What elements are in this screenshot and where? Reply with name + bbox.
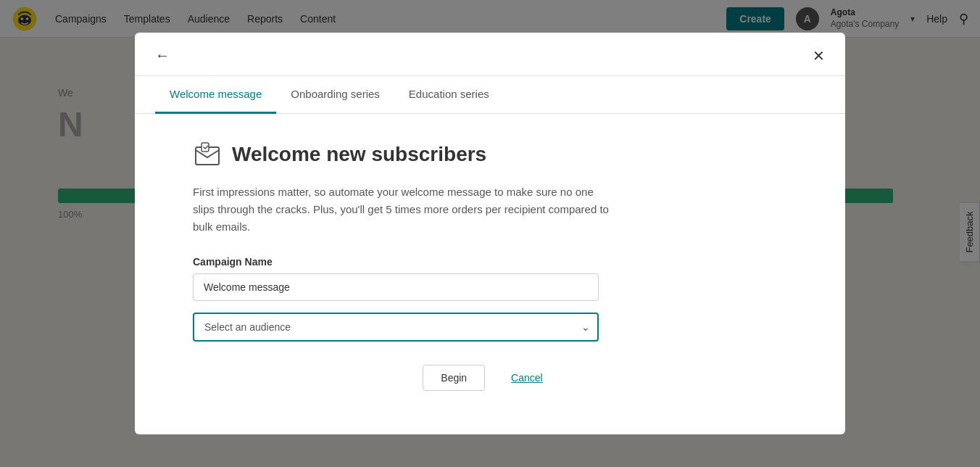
svg-rect-5 [202, 143, 209, 152]
modal-body: Welcome new subscribers First impression… [135, 114, 845, 434]
tab-welcome-message[interactable]: Welcome message [155, 76, 276, 114]
campaign-name-input[interactable] [193, 273, 599, 301]
welcome-icon [193, 140, 222, 169]
campaign-name-label: Campaign Name [193, 256, 787, 268]
tab-onboarding-series[interactable]: Onboarding series [276, 76, 394, 114]
modal-heading: Welcome new subscribers [232, 143, 486, 166]
section-title-area: Welcome new subscribers [193, 140, 787, 169]
close-button[interactable]: ✕ [813, 49, 825, 63]
back-button[interactable]: ← [155, 47, 170, 64]
audience-select-wrapper: Select an audience ⌄ [193, 313, 599, 342]
modal-header: ← ✕ [135, 33, 845, 76]
modal-tabs: Welcome message Onboarding series Educat… [135, 76, 845, 114]
cancel-button[interactable]: Cancel [497, 365, 557, 391]
begin-button[interactable]: Begin [423, 365, 485, 391]
tab-education-series[interactable]: Education series [394, 76, 504, 114]
modal-dialog: ← ✕ Welcome message Onboarding series Ed… [135, 33, 845, 434]
modal-description: First impressions matter, so automate yo… [193, 183, 613, 236]
modal-footer: Begin Cancel [193, 365, 787, 405]
audience-select[interactable]: Select an audience [193, 313, 599, 342]
